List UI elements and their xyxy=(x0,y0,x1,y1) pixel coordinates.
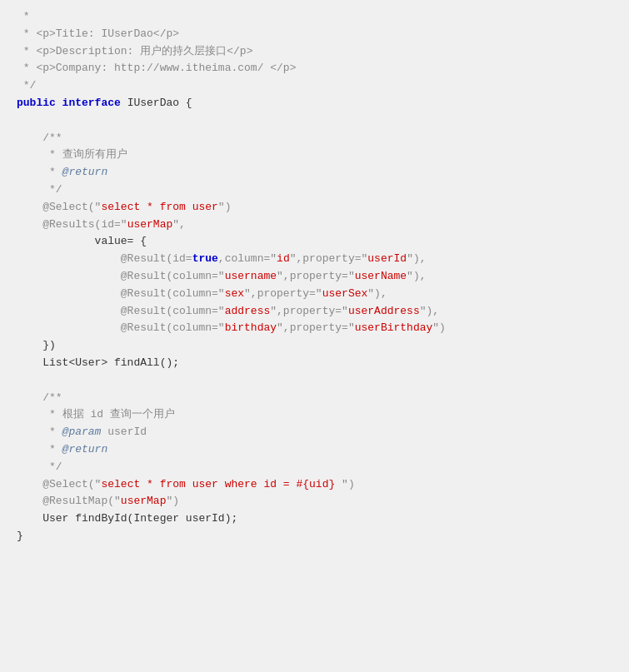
code-line: @Result(column="sex",property="userSex")… xyxy=(0,286,629,303)
code-token: */ xyxy=(17,77,36,95)
code-token: /** xyxy=(17,130,62,147)
code-token: ") xyxy=(432,320,446,337)
code-line: @Results(id="userMap", xyxy=(0,217,629,234)
code-token: * 查询所有用户 xyxy=(17,147,127,164)
code-line: */ xyxy=(0,182,629,199)
code-token: sex xyxy=(225,286,244,303)
code-line: * <p>Description: 用户的持久层接口</p> xyxy=(0,43,629,61)
code-token: "), xyxy=(420,303,439,321)
code-token: ") xyxy=(218,199,232,217)
code-line: * @return xyxy=(0,164,629,182)
code-token: @Result(column=" xyxy=(17,286,225,303)
code-line xyxy=(0,112,629,130)
code-token: userBirthday xyxy=(355,320,433,337)
code-token: <p>Company: http://www.itheima.com/ </p> xyxy=(36,60,296,77)
code-token: userMap xyxy=(127,217,173,234)
code-line: */ xyxy=(0,459,629,476)
code-token: * xyxy=(17,424,62,441)
code-line: @ResultMap("userMap") xyxy=(0,493,629,510)
code-token: @Results(id=" xyxy=(17,217,127,234)
code-token: } xyxy=(17,528,23,545)
code-line: * <p>Company: http://www.itheima.com/ </… xyxy=(0,60,629,77)
code-token: "), xyxy=(407,268,426,286)
code-token: @return xyxy=(62,441,108,459)
code-container: * * <p>Title: IUserDao</p> * <p>Descript… xyxy=(0,0,629,672)
code-token: * xyxy=(17,441,62,459)
code-token: value= { xyxy=(17,233,147,251)
code-line: * 根据 id 查询一个用户 xyxy=(0,406,629,424)
code-line: /** xyxy=(0,390,629,407)
code-token: true xyxy=(192,251,218,268)
code-line: @Select("select * from user") xyxy=(0,199,629,217)
code-token: ,column=" xyxy=(218,251,277,268)
code-token: username xyxy=(225,268,277,286)
code-token: @ResultMap(" xyxy=(17,493,121,510)
code-token: ", xyxy=(172,217,186,234)
code-token: "), xyxy=(407,251,426,268)
code-line: @Result(column="username",property="user… xyxy=(0,268,629,286)
code-token: <p>Title: IUserDao</p> xyxy=(36,26,179,43)
code-token: "), xyxy=(367,286,387,303)
code-token: public xyxy=(17,95,62,112)
code-token: * xyxy=(17,164,62,182)
code-token: id xyxy=(277,251,290,268)
code-token: List<User> findAll(); xyxy=(17,355,179,372)
code-token: User findById(Integer userId); xyxy=(17,510,237,528)
code-line: * 查询所有用户 xyxy=(0,147,629,164)
code-token: userId xyxy=(367,251,407,268)
code-token: userSex xyxy=(322,286,368,303)
code-line: User findById(Integer userId); xyxy=(0,510,629,528)
code-token: birthday xyxy=(225,320,277,337)
code-line: @Result(column="address",property="userA… xyxy=(0,303,629,321)
code-token: ",property=" xyxy=(277,268,355,286)
code-token: ") xyxy=(342,476,355,494)
code-line: * <p>Title: IUserDao</p> xyxy=(0,26,629,43)
code-token: /** xyxy=(17,390,62,407)
code-token: ",property=" xyxy=(277,320,355,337)
code-token: IUserDao { xyxy=(127,95,192,112)
code-token: * xyxy=(17,8,36,26)
code-token: userMap xyxy=(121,493,167,510)
code-token: @Result(column=" xyxy=(17,268,225,286)
code-line: * @return xyxy=(0,441,629,459)
code-token: ",property=" xyxy=(290,251,368,268)
code-line: @Select("select * from user where id = #… xyxy=(0,476,629,494)
code-line: value= { xyxy=(0,233,629,251)
code-token: }) xyxy=(17,337,56,355)
code-token: ",property=" xyxy=(244,286,322,303)
code-line xyxy=(0,372,629,390)
code-token: <p>Description: 用户的持久层接口</p> xyxy=(36,43,252,61)
code-token: ",property=" xyxy=(270,303,348,321)
code-line: @Result(column="birthday",property="user… xyxy=(0,320,629,337)
code-token: userName xyxy=(355,268,407,286)
code-token: */ xyxy=(17,182,62,199)
code-line: public interface IUserDao { xyxy=(0,95,629,112)
code-token: @return xyxy=(62,164,108,182)
code-token: * 根据 id 查询一个用户 xyxy=(17,406,175,424)
code-token: @Select(" xyxy=(17,199,101,217)
code-line: List<User> findAll(); xyxy=(0,355,629,372)
code-token: address xyxy=(225,303,271,321)
code-token: * xyxy=(17,43,36,61)
code-line: /** xyxy=(0,130,629,147)
code-token: */ xyxy=(17,459,62,476)
code-line: * xyxy=(0,8,629,26)
code-token: userId xyxy=(101,424,147,441)
code-token: @Result(column=" xyxy=(17,303,225,321)
code-token: @Select(" xyxy=(17,476,101,494)
code-token: select * from user where id = #{uid} xyxy=(101,476,342,494)
code-token: select * from user xyxy=(101,199,217,217)
code-token: ") xyxy=(166,493,179,510)
code-token: interface xyxy=(62,95,127,112)
code-token: @Result(column=" xyxy=(17,320,225,337)
code-token: @Result(id= xyxy=(17,251,192,268)
code-token: @param xyxy=(62,424,102,441)
code-token: * xyxy=(17,60,36,77)
code-line: } xyxy=(0,528,629,545)
code-line: * @param userId xyxy=(0,424,629,441)
code-token: userAddress xyxy=(348,303,420,321)
code-token: * xyxy=(17,26,36,43)
code-line: @Result(id=true,column="id",property="us… xyxy=(0,251,629,268)
code-line: }) xyxy=(0,337,629,355)
code-line: */ xyxy=(0,77,629,95)
